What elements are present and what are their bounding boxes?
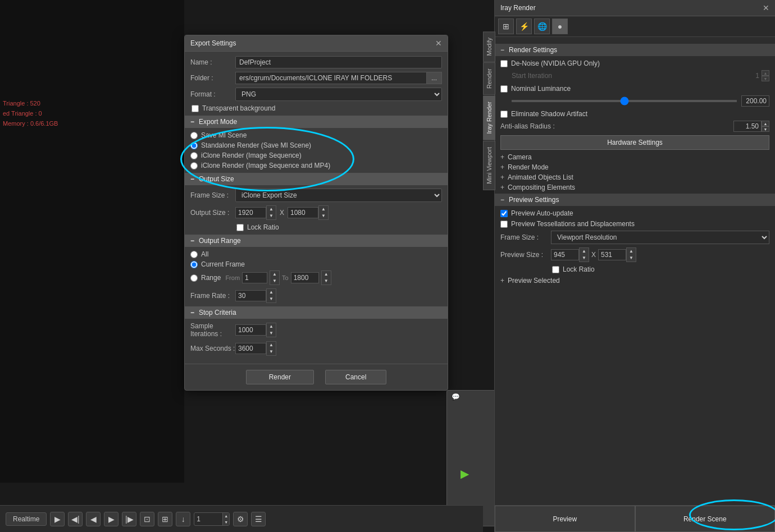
export-mode-radio-save-mi[interactable] — [190, 132, 198, 139]
frame-up[interactable]: ▲ — [223, 513, 229, 519]
nominal-lum-val-input[interactable] — [741, 95, 769, 107]
de-noise-checkbox[interactable] — [500, 60, 508, 67]
transparent-bg-checkbox[interactable] — [192, 105, 199, 112]
screen-btn[interactable]: ⊡ — [140, 512, 154, 526]
audio-drop-btn[interactable]: ↓ — [176, 512, 190, 526]
nominal-lum-checkbox[interactable] — [500, 85, 508, 93]
preview-lock-ratio-checkbox[interactable] — [552, 266, 559, 273]
export-mode-radio-standalone[interactable] — [190, 142, 198, 149]
frame-rate-up[interactable]: ▲ — [267, 289, 276, 296]
output-height-input[interactable] — [288, 207, 318, 218]
iray-tab-lightning[interactable]: ⚡ — [516, 19, 532, 34]
next2-btn[interactable]: |▶ — [122, 512, 136, 526]
from-up[interactable]: ▲ — [270, 271, 279, 278]
range-from-input[interactable] — [242, 272, 267, 283]
preview-w-input[interactable] — [551, 249, 579, 260]
folder-browse-btn[interactable]: ... — [426, 72, 442, 84]
render-scene-btn[interactable]: Render Scene — [635, 506, 776, 532]
compositing-row[interactable]: + Compositing Elements — [500, 184, 769, 191]
anim-objects-row[interactable]: + Animated Objects List — [500, 173, 769, 181]
from-down[interactable]: ▼ — [270, 278, 279, 285]
list-btn[interactable]: ☰ — [251, 512, 266, 526]
frame-rate-input[interactable] — [235, 290, 266, 301]
range-current-radio[interactable] — [190, 261, 198, 268]
iray-tab-globe[interactable]: 🌐 — [534, 19, 550, 34]
de-noise-row: De-Noise (NVIDIA GPU Only) — [500, 59, 769, 67]
stop-criteria-collapse[interactable]: − — [190, 309, 194, 317]
preview-auto-checkbox[interactable] — [500, 210, 508, 217]
preview-h-down[interactable]: ▼ — [627, 255, 636, 262]
prev-btn[interactable]: ◀| — [68, 512, 83, 526]
to-down[interactable]: ▼ — [322, 278, 331, 285]
range-all-radio[interactable] — [190, 251, 198, 258]
elim-shadow-checkbox[interactable] — [500, 111, 508, 118]
output-size-collapse[interactable]: − — [190, 175, 194, 183]
preview-tess-checkbox[interactable] — [500, 221, 508, 228]
max-seconds-input[interactable] — [235, 343, 266, 354]
chat-btn[interactable]: ⊞ — [158, 512, 172, 526]
sample-iter-down[interactable]: ▼ — [267, 330, 276, 337]
camera-row[interactable]: + Camera — [500, 153, 769, 161]
gear-btn[interactable]: ⚙ — [233, 512, 248, 526]
render-settings-minus[interactable]: − — [500, 46, 504, 54]
frame-input[interactable] — [194, 514, 222, 524]
output-width-input[interactable] — [235, 207, 266, 218]
vtab-mini-viewport[interactable]: Mini Viewport — [483, 141, 495, 190]
dialog-footer: Render Cancel — [185, 364, 448, 390]
play-btn[interactable]: ▶ — [50, 512, 65, 526]
preview-selected-row[interactable]: + Preview Selected — [500, 277, 769, 285]
aa-radius-input[interactable] — [733, 121, 762, 132]
next-btn[interactable]: ▶ — [104, 512, 118, 526]
preview-frame-size-select[interactable]: Viewport Resolution Custom — [551, 231, 769, 244]
cancel-button[interactable]: Cancel — [325, 370, 386, 384]
preview-h-up[interactable]: ▲ — [627, 248, 636, 255]
aa-radius-down[interactable]: ▼ — [762, 126, 769, 132]
lock-ratio-checkbox[interactable] — [236, 224, 244, 231]
frame-size-select[interactable]: iClone Export Size Custom — [235, 189, 442, 202]
iray-close-btn[interactable]: ✕ — [763, 3, 769, 12]
range-range-radio[interactable] — [190, 274, 198, 282]
iray-tab-grid[interactable]: ⊞ — [498, 19, 514, 34]
vtab-modify[interactable]: Modify — [483, 31, 495, 62]
vtab-iray-render[interactable]: Iray Render — [483, 95, 495, 140]
lock-ratio-row: Lock Ratio — [236, 223, 442, 231]
start-iter-down[interactable]: ▼ — [762, 76, 769, 81]
sample-iter-input[interactable] — [235, 324, 266, 336]
folder-input[interactable] — [235, 72, 426, 84]
prev2-btn[interactable]: ◀ — [86, 512, 101, 526]
sample-iter-up[interactable]: ▲ — [267, 323, 276, 330]
start-iter-up[interactable]: ▲ — [762, 70, 769, 76]
iray-tab-circle[interactable]: ● — [552, 19, 568, 34]
hardware-settings-btn[interactable]: Hardware Settings — [500, 135, 769, 150]
output-width-up[interactable]: ▲ — [267, 206, 276, 213]
preview-btn[interactable]: Preview — [495, 506, 635, 532]
aa-radius-up[interactable]: ▲ — [762, 121, 769, 126]
vtab-render[interactable]: Render — [483, 62, 495, 95]
format-select[interactable]: PNG JPEG BMP TIFF — [235, 88, 442, 101]
to-up[interactable]: ▲ — [322, 271, 331, 278]
output-height-down[interactable]: ▼ — [319, 213, 328, 219]
preview-w-up[interactable]: ▲ — [580, 248, 589, 255]
render-button[interactable]: Render — [246, 370, 314, 384]
preview-settings-minus[interactable]: − — [500, 196, 504, 204]
frame-down[interactable]: ▼ — [223, 519, 229, 525]
nominal-lum-slider[interactable] — [512, 100, 737, 102]
frame-rate-down[interactable]: ▼ — [267, 296, 276, 302]
max-seconds-up[interactable]: ▲ — [267, 342, 276, 348]
export-dialog-close[interactable]: ✕ — [435, 39, 442, 48]
export-mode-radio-image-seq[interactable] — [190, 152, 198, 159]
render-mode-row[interactable]: + Render Mode — [500, 163, 769, 171]
preview-w-down[interactable]: ▼ — [580, 255, 589, 262]
realtime-btn[interactable]: Realtime — [6, 512, 47, 526]
max-seconds-down[interactable]: ▼ — [267, 348, 276, 355]
name-input[interactable] — [235, 56, 442, 68]
preview-h-input[interactable] — [598, 249, 626, 260]
range-to-input[interactable] — [291, 272, 319, 283]
frame-rate-row: Frame Rate : ▲ ▼ — [190, 288, 442, 303]
output-range-collapse[interactable]: − — [190, 237, 194, 245]
preview-selected-plus: + — [500, 277, 504, 285]
export-mode-radio-image-seq-mp4[interactable] — [190, 162, 198, 169]
output-height-up[interactable]: ▲ — [319, 206, 328, 213]
output-width-down[interactable]: ▼ — [267, 213, 276, 219]
export-mode-collapse[interactable]: − — [190, 118, 194, 126]
